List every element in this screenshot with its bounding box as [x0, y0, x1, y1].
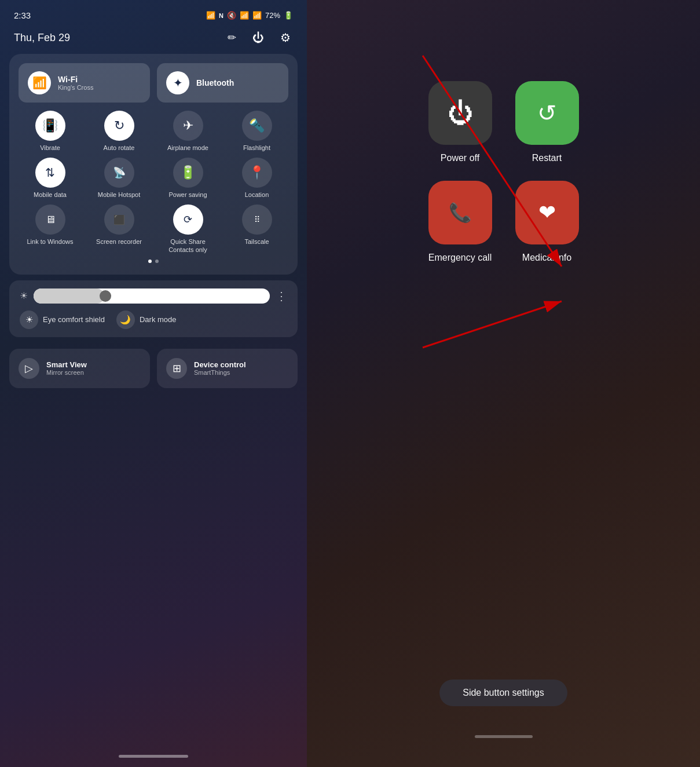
- location-tile[interactable]: 📍 Location: [225, 158, 288, 199]
- hotspot-icon: 📡: [113, 166, 126, 179]
- wifi-icon-circle: 📶: [28, 71, 51, 94]
- auto-rotate-tile[interactable]: ↻ Auto rotate: [87, 111, 151, 152]
- hotspot-tile[interactable]: 📡 Mobile Hotspot: [87, 158, 151, 199]
- device-control-label: Device control: [194, 360, 246, 369]
- restart-icon: ↺: [537, 100, 557, 126]
- dot-2: [155, 260, 159, 263]
- wifi-label: Wi-Fi: [58, 75, 93, 84]
- battery-text: 72%: [265, 11, 280, 20]
- dark-mode-item[interactable]: 🌙 Dark mode: [116, 311, 177, 329]
- smart-view-text: Smart View Mirror screen: [46, 360, 87, 376]
- screen-recorder-tile[interactable]: ⬛ Screen recorder: [87, 204, 151, 253]
- tailscale-icon: ⠿: [254, 215, 260, 224]
- eye-comfort-item[interactable]: ☀ Eye comfort shield: [20, 311, 105, 329]
- smart-view-card[interactable]: ▷ Smart View Mirror screen: [9, 349, 150, 388]
- location-icon-circle: 📍: [242, 158, 272, 188]
- flashlight-tile[interactable]: 🔦 Flashlight: [225, 111, 288, 152]
- battery-icon: 🔋: [284, 11, 293, 20]
- smart-view-sub: Mirror screen: [46, 369, 87, 376]
- restart-button[interactable]: ↺ Restart: [515, 81, 579, 163]
- screen-recorder-label: Screen recorder: [96, 238, 142, 246]
- pencil-button[interactable]: ✏: [225, 29, 239, 46]
- header-date: Thu, Feb 29: [14, 32, 70, 44]
- medical-info-button[interactable]: ❤ Medical info: [515, 181, 579, 263]
- quick-share-icon-circle: ⟳: [173, 204, 203, 235]
- tailscale-icon-circle: ⠿: [242, 204, 272, 235]
- vibrate-icon-circle: 📳: [35, 111, 65, 141]
- dark-mode-label: Dark mode: [140, 315, 177, 324]
- power-off-button[interactable]: ⏻ Power off: [428, 81, 492, 163]
- mobile-data-tile[interactable]: ⇅ Mobile data: [19, 158, 82, 199]
- right-home-indicator: [475, 735, 533, 738]
- quick-tiles-area: 📶 Wi-Fi King's Cross ✦ Bluetooth: [9, 54, 298, 275]
- wifi-sub: King's Cross: [58, 84, 93, 91]
- vibrate-tile[interactable]: 📳 Vibrate: [19, 111, 82, 152]
- airplane-label: Airplane mode: [167, 144, 208, 152]
- right-panel: ⏻ Power off ↺ Restart 📞 Emergency call ❤…: [307, 0, 700, 767]
- airplane-icon: ✈: [183, 118, 193, 133]
- medical-info-label: Medical info: [522, 253, 571, 263]
- bluetooth-icon: ✦: [173, 76, 183, 90]
- emergency-call-button[interactable]: 📞 Emergency call: [428, 181, 492, 263]
- brightness-card: ☀ ⋮ ☀ Eye comfort shield 🌙 Dark mode: [9, 280, 298, 337]
- airplane-icon-circle: ✈: [173, 111, 203, 141]
- link-windows-icon-circle: 🖥: [35, 204, 65, 235]
- smart-view-label: Smart View: [46, 360, 87, 369]
- bluetooth-tile[interactable]: ✦ Bluetooth: [157, 63, 288, 103]
- brightness-more-icon[interactable]: ⋮: [276, 289, 287, 303]
- mobile-data-label: Mobile data: [34, 191, 67, 199]
- device-control-card[interactable]: ⊞ Device control SmartThings: [157, 349, 298, 388]
- quick-share-label: Quick ShareContacts only: [168, 238, 207, 253]
- screen-recorder-icon-circle: ⬛: [104, 204, 134, 235]
- side-button-settings[interactable]: Side button settings: [439, 680, 567, 706]
- hotspot-label: Mobile Hotspot: [98, 191, 140, 199]
- hotspot-icon-circle: 📡: [104, 158, 134, 188]
- wifi-icon: 📶: [32, 76, 47, 90]
- left-panel: 2:33 📶 N 🔇 📶 📶 72% 🔋 Thu, Feb 29 ✏ ⏻ ⚙ 📶: [0, 0, 307, 767]
- silent-icon: 🔇: [227, 11, 236, 20]
- dot-1: [148, 260, 152, 263]
- settings-button[interactable]: ⚙: [278, 28, 293, 47]
- bluetooth-icon-circle: ✦: [166, 71, 189, 94]
- device-control-text: Device control SmartThings: [194, 360, 246, 376]
- link-windows-tile[interactable]: 🖥 Link to Windows: [19, 204, 82, 253]
- brightness-thumb: [100, 290, 111, 302]
- eye-comfort-label: Eye comfort shield: [43, 315, 105, 324]
- comfort-row: ☀ Eye comfort shield 🌙 Dark mode: [20, 311, 287, 329]
- eye-comfort-icon: ☀: [20, 311, 38, 329]
- power-off-icon: ⏻: [448, 98, 473, 127]
- brightness-sun-icon: ☀: [20, 290, 28, 301]
- tailscale-tile[interactable]: ⠿ Tailscale: [225, 204, 288, 253]
- smart-view-icon: ▷: [19, 358, 39, 379]
- medical-info-icon: ❤: [538, 200, 556, 225]
- quick-share-icon: ⟳: [184, 213, 192, 226]
- emergency-call-icon-circle: 📞: [428, 181, 492, 244]
- power-off-label: Power off: [441, 153, 479, 163]
- wifi-tile[interactable]: 📶 Wi-Fi King's Cross: [19, 63, 150, 103]
- header-action-icons: ✏ ⏻ ⚙: [225, 28, 293, 47]
- link-windows-icon: 🖥: [45, 214, 56, 226]
- wifi-text: Wi-Fi King's Cross: [58, 75, 93, 91]
- airplane-tile[interactable]: ✈ Airplane mode: [156, 111, 219, 152]
- device-control-sub: SmartThings: [194, 369, 246, 376]
- restart-label: Restart: [532, 153, 562, 163]
- emergency-call-label: Emergency call: [428, 253, 492, 263]
- power-button-header[interactable]: ⏻: [250, 29, 266, 47]
- status-icons: 📶 N 🔇 📶 📶 72% 🔋: [206, 11, 293, 20]
- emergency-call-icon: 📞: [449, 202, 472, 224]
- location-icon: 📍: [249, 165, 265, 180]
- page-dots: [19, 260, 288, 263]
- power-off-icon-circle: ⏻: [428, 81, 492, 145]
- header-row: Thu, Feb 29 ✏ ⏻ ⚙: [0, 25, 307, 54]
- icon-grid: 📳 Vibrate ↻ Auto rotate ✈ Airplane mode …: [19, 111, 288, 254]
- home-bar: [0, 748, 307, 767]
- brightness-row: ☀ ⋮: [20, 288, 287, 304]
- bluetooth-label: Bluetooth: [196, 78, 234, 87]
- auto-rotate-icon-circle: ↻: [104, 111, 134, 141]
- vibrate-icon: 📳: [42, 118, 58, 133]
- brightness-slider[interactable]: [34, 288, 270, 304]
- screen-recorder-icon: ⬛: [113, 214, 125, 225]
- power-saving-tile[interactable]: 🔋 Power saving: [156, 158, 219, 199]
- quick-share-tile[interactable]: ⟳ Quick ShareContacts only: [156, 204, 219, 253]
- device-control-icon: ⊞: [166, 358, 187, 379]
